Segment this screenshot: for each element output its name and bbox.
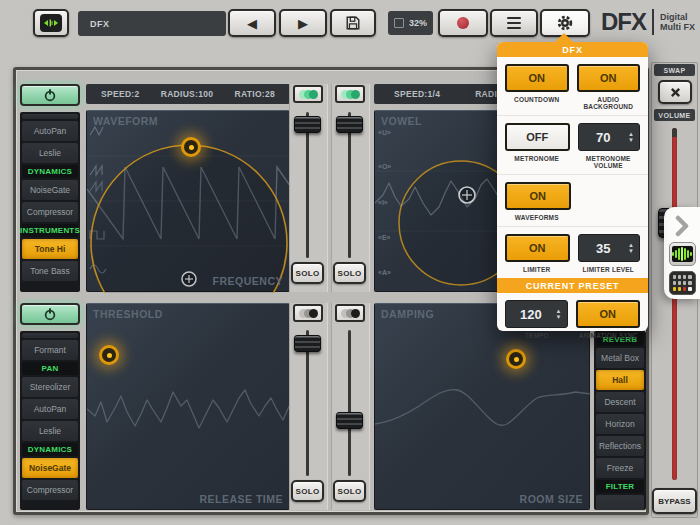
dfx-app-icon — [40, 14, 62, 32]
cpu-icon — [394, 18, 404, 28]
waveforms-label: WAVEFORMS — [505, 214, 569, 221]
effect-item[interactable]: NoiseGate — [22, 180, 78, 200]
app-icon-button[interactable] — [33, 9, 69, 37]
slider-handle[interactable] — [336, 412, 363, 429]
effect-item[interactable]: Leslie — [22, 421, 78, 441]
effect-item[interactable]: Compressor — [22, 202, 78, 222]
solo-button[interactable]: SOLO — [291, 480, 324, 502]
pad-cursor-dot[interactable] — [506, 349, 526, 369]
animation-sync-toggle[interactable]: ON — [576, 300, 641, 328]
lfo-toggle[interactable] — [335, 304, 365, 322]
lfo-toggle[interactable] — [335, 85, 365, 103]
xy-pad-waveform[interactable]: WAVEFORM FREQUENCY — [86, 110, 290, 292]
cpu-percent: 32% — [409, 18, 427, 28]
effect-item[interactable]: Reflections — [596, 436, 644, 456]
popup-group-general: ON ON COUNTDOWN AUDIO BACKGROUND — [497, 57, 648, 116]
solo-button[interactable]: SOLO — [333, 262, 366, 284]
menu-icon — [507, 17, 521, 30]
metronome-volume-stepper[interactable]: 70 ▲▼ — [578, 123, 641, 151]
audio-background-toggle[interactable]: ON — [577, 64, 641, 92]
power-icon — [43, 88, 57, 102]
effect-item[interactable]: Compressor — [22, 480, 78, 500]
audio-background-label: AUDIO BACKGROUND — [577, 96, 641, 110]
slider-track[interactable] — [348, 112, 351, 258]
volume-slider-track[interactable] — [672, 128, 677, 480]
limiter-toggle[interactable]: ON — [505, 234, 570, 262]
slider-handle[interactable] — [336, 116, 363, 133]
pad-cursor-dot[interactable] — [181, 137, 201, 157]
back-button[interactable]: ◀ — [228, 9, 276, 37]
effect-item[interactable]: Descent — [596, 392, 644, 412]
effect-item[interactable]: AutoPan — [22, 399, 78, 419]
effect-item[interactable]: Tone Bass — [22, 261, 78, 281]
metronome-toggle[interactable]: OFF — [505, 123, 570, 151]
effect-item-selected[interactable]: Tone Hi — [22, 239, 78, 259]
stepper-arrows-icon[interactable]: ▲▼ — [628, 242, 639, 254]
app-switcher-tab[interactable] — [664, 207, 700, 299]
xy-pad-threshold[interactable]: THRESHOLD RELEASE TIME — [86, 303, 290, 510]
slider-handle[interactable] — [294, 335, 321, 352]
swap-label: SWAP — [654, 64, 695, 76]
stepper-arrows-icon[interactable]: ▲▼ — [556, 308, 567, 320]
tempo-stepper[interactable]: 120 ▲▼ — [505, 300, 568, 328]
volume-label: VOLUME — [654, 109, 695, 121]
effect-category: FILTER — [596, 480, 644, 493]
save-floppy-icon — [345, 15, 361, 31]
stepper-arrows-icon[interactable]: ▲▼ — [628, 131, 639, 143]
effect-item-selected[interactable]: NoiseGate — [22, 458, 78, 478]
effect-item[interactable]: AutoPan — [22, 121, 78, 141]
solo-button[interactable]: SOLO — [333, 480, 366, 502]
slider-track[interactable] — [348, 330, 351, 476]
slider-handle[interactable] — [294, 116, 321, 133]
effect-item[interactable]: Horizon — [596, 414, 644, 434]
threshold-pad-graphics — [87, 304, 291, 511]
power-button-bottom-left[interactable] — [20, 303, 80, 325]
effect-item[interactable]: Formant — [22, 340, 78, 360]
record-button[interactable] — [438, 9, 488, 37]
effect-item[interactable]: Leslie — [22, 143, 78, 163]
popup-group-waveforms: ON WAVEFORMS — [497, 175, 648, 227]
waveforms-toggle[interactable]: ON — [505, 182, 571, 210]
drum-machine-app-icon[interactable] — [669, 271, 696, 295]
effect-item-selected[interactable]: Hall — [596, 370, 644, 390]
effect-list-bottom-right: REVERB Metal Box Hall Descent Horizon Re… — [594, 331, 646, 510]
record-icon — [457, 17, 469, 29]
popup-group-metronome: OFF 70 ▲▼ METRONOME METRONOME VOLUME — [497, 116, 648, 175]
popup-group-limiter: ON 35 ▲▼ LIMITER LIMITER LEVEL — [497, 227, 648, 278]
save-button[interactable] — [330, 9, 376, 37]
countdown-toggle[interactable]: ON — [505, 64, 569, 92]
metronome-volume-label: METRONOME VOLUME — [577, 155, 641, 169]
limiter-level-stepper[interactable]: 35 ▲▼ — [578, 234, 641, 262]
effect-item[interactable]: Stereolizer — [22, 377, 78, 397]
slider-track[interactable] — [306, 112, 309, 258]
preset-name-field[interactable]: DFX — [78, 11, 226, 36]
effect-item[interactable]: Metal Box — [596, 348, 644, 368]
param-radius: RADIUS:100 — [161, 89, 214, 99]
pad-title: THRESHOLD — [93, 308, 163, 320]
pad-cursor-dot[interactable] — [99, 345, 119, 365]
countdown-label: COUNTDOWN — [505, 96, 569, 110]
lfo-toggle[interactable] — [293, 85, 323, 103]
list-item-partial[interactable] — [22, 114, 78, 119]
close-icon — [670, 87, 681, 98]
settings-popup: DFX ON ON COUNTDOWN AUDIO BACKGROUND OFF… — [497, 42, 648, 331]
effect-item[interactable]: Freeze — [596, 458, 644, 478]
bypass-button[interactable]: BYPASS — [652, 488, 697, 514]
forward-button[interactable]: ▶ — [279, 9, 327, 37]
list-item-partial[interactable] — [22, 333, 78, 338]
effect-category: PAN — [22, 362, 78, 375]
solo-button[interactable]: SOLO — [291, 262, 324, 284]
tempo-label: TEMPO — [505, 332, 569, 339]
popup-arrow — [555, 33, 573, 42]
power-button-top-left[interactable] — [20, 84, 80, 106]
menu-button[interactable] — [490, 9, 538, 37]
list-item-partial[interactable] — [596, 495, 644, 510]
swap-close-button[interactable] — [658, 80, 692, 104]
power-icon — [43, 307, 57, 321]
lfo-toggle[interactable] — [293, 304, 323, 322]
effect-category: DYNAMICS — [22, 443, 78, 456]
param-speed: SPEED:1/4 — [394, 89, 440, 99]
back-arrow-icon: ◀ — [247, 16, 257, 31]
waveform-app-icon[interactable] — [669, 242, 696, 266]
popup-group-preset: 120 ▲▼ ON TEMPO ANIMATION SYNC — [497, 293, 648, 344]
